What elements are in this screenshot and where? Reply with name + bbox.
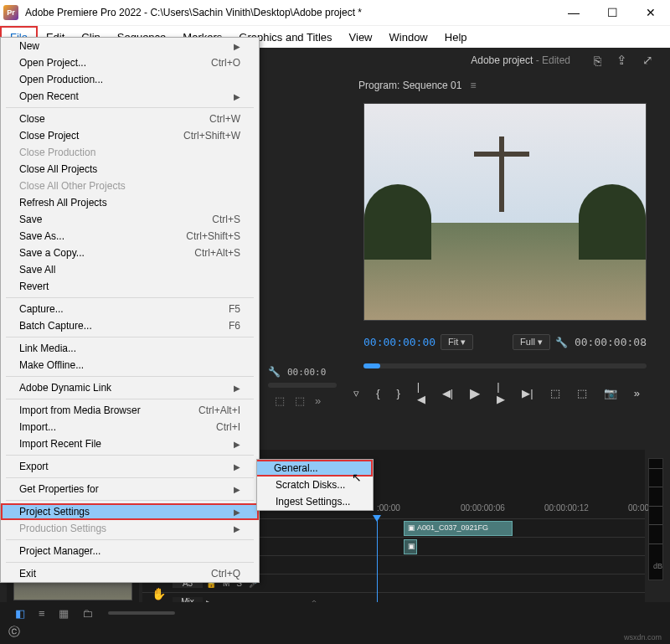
go-to-out-icon[interactable]: ▶|: [522, 387, 533, 399]
mark-in-icon[interactable]: {: [376, 387, 379, 399]
file-menu-item[interactable]: Get Properties for▶: [1, 481, 259, 497]
file-menu-item[interactable]: Close ProjectCtrl+Shift+W: [1, 127, 259, 144]
db-label: dB: [649, 562, 662, 570]
menu-view[interactable]: View: [341, 28, 381, 47]
file-menu-item[interactable]: SaveCtrl+S: [1, 211, 259, 228]
file-menu-item[interactable]: Capture...F5: [1, 301, 259, 317]
window-title: Adobe Premiere Pro 2022 - C:\Users\Sachi…: [25, 7, 554, 18]
file-menu-item[interactable]: Link Media...: [1, 340, 259, 357]
zoom-slider[interactable]: [108, 611, 175, 615]
program-transport: ▿ { } |◀ ◀| ▶ |▶ ▶| ⬚ ⬚ 📷 »: [347, 374, 663, 412]
source-settings-icon[interactable]: 🔧: [268, 366, 281, 378]
video-clip[interactable]: ▣ A001_C037_0921FG: [404, 521, 513, 536]
export-frame-icon[interactable]: 📷: [604, 387, 617, 399]
cursor-icon: ↖: [352, 471, 362, 484]
program-duration-timecode: 00:00:00:08: [575, 336, 647, 348]
more-icon[interactable]: »: [315, 394, 321, 407]
file-menu-item[interactable]: Save a Copy...Ctrl+Alt+S: [1, 245, 259, 261]
menu-window[interactable]: Window: [381, 28, 436, 47]
file-menu-item[interactable]: Import from Media BrowserCtrl+Alt+I: [1, 402, 259, 419]
maximize-button[interactable]: ☐: [593, 0, 631, 25]
file-menu-item[interactable]: Import Recent File▶: [1, 435, 259, 452]
file-menu-item[interactable]: CloseCtrl+W: [1, 111, 259, 127]
file-menu-item[interactable]: New▶: [1, 38, 259, 54]
file-menu-item[interactable]: Project Manager...: [1, 543, 259, 559]
step-back-icon[interactable]: ◀|: [442, 387, 453, 399]
file-menu-item[interactable]: Refresh All Projects: [1, 194, 259, 211]
file-menu-item: Close All Other Projects: [1, 178, 259, 194]
extract-icon[interactable]: ⬚: [577, 387, 587, 399]
file-menu-item[interactable]: Project Settings▶: [1, 503, 259, 520]
submenu-item[interactable]: Ingest Settings...: [257, 493, 373, 510]
program-monitor-viewport[interactable]: [363, 103, 647, 321]
file-menu-item[interactable]: Batch Capture...F6: [1, 317, 259, 334]
creative-cloud-icon[interactable]: ⓒ: [8, 625, 20, 638]
program-monitor-panel: Program: Sequence 01≡ 00:00:00:00 Fit ▾ …: [347, 73, 663, 437]
program-scrubber[interactable]: [363, 363, 647, 368]
file-menu-item[interactable]: ExitCtrl+Q: [1, 565, 259, 582]
program-current-timecode[interactable]: 00:00:00:00: [363, 336, 436, 348]
mark-out-icon[interactable]: }: [397, 387, 400, 399]
more-icon[interactable]: »: [634, 387, 640, 399]
program-fit-select[interactable]: Fit ▾: [441, 334, 473, 350]
insert-icon[interactable]: ⬚: [295, 394, 305, 407]
file-menu-item[interactable]: Adobe Dynamic Link▶: [1, 379, 259, 396]
file-menu-item[interactable]: Open Recent▶: [1, 88, 259, 105]
file-menu-item[interactable]: Export▶: [1, 458, 259, 475]
audio-clip[interactable]: ▣: [404, 539, 417, 554]
file-menu-item: Production Settings▶: [1, 520, 259, 537]
overwrite-icon[interactable]: ⬚: [275, 394, 285, 407]
file-menu-item[interactable]: Close All Projects: [1, 161, 259, 178]
settings-icon[interactable]: 🔧: [555, 337, 568, 348]
file-menu-item: Close Production: [1, 144, 259, 161]
play-icon[interactable]: ▶: [470, 385, 480, 401]
workspace-tab[interactable]: Adobe project - Edited: [462, 51, 579, 70]
file-menu-item[interactable]: Open Production...: [1, 71, 259, 88]
close-button[interactable]: ✕: [631, 0, 670, 25]
panel-menu-icon[interactable]: ≡: [470, 80, 476, 91]
icon-view-icon[interactable]: ▦: [59, 607, 69, 620]
file-menu-item[interactable]: Import...Ctrl+I: [1, 419, 259, 435]
file-menu-dropdown: New▶Open Project...Ctrl+OOpen Production…: [0, 37, 260, 583]
audio-meter: dB: [648, 458, 663, 580]
window-titlebar: Pr Adobe Premiere Pro 2022 - C:\Users\Sa…: [0, 0, 670, 25]
file-menu-item[interactable]: Open Project...Ctrl+O: [1, 54, 259, 71]
file-menu-item[interactable]: Make Offline...: [1, 357, 259, 374]
file-menu-item[interactable]: Save As...Ctrl+Shift+S: [1, 228, 259, 245]
file-menu-item[interactable]: Save All: [1, 261, 259, 278]
watermark: wsxdn.com: [624, 633, 662, 641]
source-scrubber[interactable]: [268, 383, 337, 388]
program-zoom-select[interactable]: Full ▾: [513, 334, 550, 350]
project-panel-footer: ◧ ≡ ▦ 🗀: [0, 602, 670, 624]
new-workspace-icon[interactable]: ⎘: [594, 54, 601, 68]
add-marker-icon[interactable]: ▿: [353, 387, 359, 399]
hand-tool-icon[interactable]: ✋: [149, 587, 168, 600]
freeform-view-icon[interactable]: ◧: [15, 607, 25, 620]
file-menu-item[interactable]: Revert: [1, 278, 259, 295]
step-forward-icon[interactable]: |▶: [497, 380, 505, 405]
export-icon[interactable]: ⇪: [616, 53, 627, 68]
menu-help[interactable]: Help: [436, 28, 476, 47]
go-to-in-icon[interactable]: |◀: [417, 380, 425, 405]
fullscreen-icon[interactable]: ⤢: [642, 53, 653, 68]
project-settings-submenu: General...Scratch Disks...Ingest Setting…: [256, 459, 374, 511]
new-bin-icon[interactable]: 🗀: [82, 607, 93, 620]
lift-icon[interactable]: ⬚: [550, 387, 560, 399]
list-view-icon[interactable]: ≡: [39, 607, 45, 620]
program-monitor-title: Program: Sequence 01≡: [347, 73, 663, 98]
minimize-button[interactable]: —: [554, 0, 593, 25]
app-icon: Pr: [3, 5, 18, 20]
source-timecode: 00:00:0: [287, 367, 326, 378]
status-bar: ⓒ wsxdn.com: [0, 624, 670, 644]
